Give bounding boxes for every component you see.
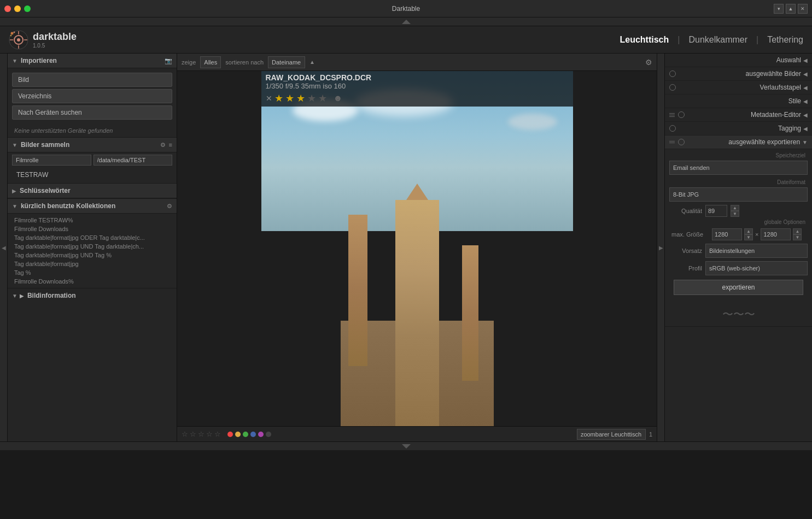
max-height-up[interactable]: ▲ [793, 228, 802, 234]
minimize-window-button[interactable] [14, 5, 21, 12]
win-btn-3[interactable]: ✕ [798, 4, 808, 14]
import-image-button[interactable]: Bild [12, 73, 172, 87]
list-item[interactable]: Tag darktable|format|jpg UND Tag darktab… [12, 242, 172, 251]
recent-collections-arrow-icon: ▼ [12, 203, 17, 209]
list-item[interactable]: Filmrolle Downloads [12, 225, 172, 233]
right-sidebar-toggle[interactable]: ▶ [657, 54, 664, 441]
max-width-input[interactable] [712, 228, 742, 240]
collection-path-select[interactable]: /data/media/TEST [94, 155, 173, 166]
left-sidebar-toggle[interactable]: ◀ [0, 54, 8, 441]
ausgewaehlte-bilder-panel[interactable]: ausgewählte Bilder ◀ [665, 67, 812, 81]
star-3[interactable]: ★ [296, 92, 305, 104]
chevron-down-icon [402, 444, 411, 449]
nav-tethering[interactable]: Tethering [767, 35, 803, 45]
stile-arrow-icon: ◀ [803, 98, 808, 104]
color-dot-purple[interactable] [258, 432, 264, 437]
right-toggle-arrow-icon: ▶ [659, 245, 663, 251]
export-button[interactable]: exportieren [674, 280, 803, 295]
import-folder-button[interactable]: Verzeichnis [12, 89, 172, 103]
list-item[interactable]: Filmrolle TESTRAW% [12, 216, 172, 225]
list-item[interactable]: Tag darktable|format|jpg UND Tag % [12, 251, 172, 260]
sort-direction-icon[interactable]: ▲ [309, 59, 315, 65]
stile-panel[interactable]: Stile ◀ [665, 95, 812, 108]
toolbar-settings-icon[interactable]: ⚙ [645, 58, 652, 67]
tagging-panel[interactable]: Tagging ◀ [665, 122, 812, 135]
qualitaet-label: Qualität [669, 208, 702, 214]
max-size-row: max. Größe ▲ ▼ × ▲ ▼ [669, 228, 808, 240]
max-width-down[interactable]: ▼ [744, 234, 753, 240]
win-btn-1[interactable]: ▾ [774, 4, 784, 14]
star-1[interactable]: ★ [274, 92, 283, 104]
search-devices-button[interactable]: Nach Geräten suchen [12, 105, 172, 120]
sort-select[interactable]: Dateiname [268, 56, 305, 68]
rating-clear-button[interactable]: ✕ [266, 94, 272, 103]
max-width-spin: ▲ ▼ [744, 228, 753, 240]
win-btn-2[interactable]: ▲ [786, 4, 796, 14]
export-lines-icon [669, 141, 675, 143]
list-icon[interactable]: ≡ [169, 141, 172, 149]
auswahl-panel[interactable]: Auswahl ◀ [665, 54, 812, 67]
settings-icon[interactable]: ⚙ [160, 141, 166, 149]
list-item[interactable]: Tag darktable|format|jpg ODER Tag darkta… [12, 233, 172, 242]
list-item[interactable]: Filmrolle Downloads% [12, 277, 172, 286]
star-4[interactable]: ★ [307, 92, 316, 104]
window-controls: ▾ ▲ ✕ [774, 4, 808, 14]
color-dot-red[interactable] [227, 432, 233, 437]
qualitaet-up[interactable]: ▲ [731, 205, 739, 211]
profil-select[interactable]: sRGB (web-sicher) [705, 261, 808, 275]
show-select[interactable]: Alles [200, 56, 221, 68]
bottom-star-3[interactable]: ☆ [198, 430, 205, 438]
app-name: darktable [33, 31, 77, 43]
recent-collections-header[interactable]: ▼ kürzlich benutzte Kollektionen ⚙ [8, 199, 177, 214]
bildinformation-title: Bildinformation [27, 292, 76, 299]
vorsatz-field: Vorsatz Bildeinstellungen [669, 244, 808, 258]
metadaten-editor-panel[interactable]: Metadaten-Editor ◀ [665, 108, 812, 122]
dateiformat-select[interactable]: 8-Bit JPG [669, 187, 808, 202]
nav-dunkelkammer[interactable]: Dunkelkammer [688, 35, 747, 45]
bildinformation-section[interactable]: ▼ ▶ Bildinformation [8, 288, 177, 303]
export-panel-header[interactable]: ausgewählte exportieren ▼ [665, 135, 812, 149]
star-5[interactable]: ★ [318, 92, 327, 104]
color-dot-blue[interactable] [250, 432, 256, 437]
bottom-chevron[interactable] [0, 441, 812, 450]
image-meta: 1/350 f/9.5 35mm iso 160 [266, 82, 569, 90]
verlaufsstapel-panel[interactable]: Verlaufsstapel ◀ [665, 81, 812, 95]
top-chevron[interactable] [0, 17, 812, 26]
app-header: darktable 1.0.5 Leuchttisch | Dunkelkamm… [0, 26, 812, 54]
collection-type-select[interactable]: Filmrolle [12, 155, 91, 166]
reject-icon[interactable]: ☻ [334, 93, 343, 103]
max-height-down[interactable]: ▼ [793, 234, 802, 240]
max-width-up[interactable]: ▲ [744, 228, 753, 234]
main-image[interactable]: RAW_KODAK_DCSPRO.DCR 1/350 f/9.5 35mm is… [261, 71, 573, 426]
export-line-2 [669, 143, 675, 143]
bottom-star-4[interactable]: ☆ [206, 430, 213, 438]
image-view: RAW_KODAK_DCSPRO.DCR 1/350 f/9.5 35mm is… [177, 71, 657, 426]
collection-type-row: Filmrolle /data/media/TEST [12, 155, 172, 166]
star-2[interactable]: ★ [285, 92, 294, 104]
recent-settings-icon[interactable]: ⚙ [167, 203, 172, 210]
bilder-sammeln-header[interactable]: ▼ Bilder sammeln ⚙ ≡ [8, 138, 177, 152]
collection-item-testraw[interactable]: TESTRAW [12, 169, 172, 181]
list-item[interactable]: Tag darktable|format|jpg [12, 260, 172, 268]
schluesselwoerter-header[interactable]: ▶ Schlüsselwörter [8, 184, 177, 198]
qualitaet-down[interactable]: ▼ [731, 211, 739, 217]
svg-point-7 [11, 32, 14, 34]
maximize-window-button[interactable] [24, 5, 31, 12]
zoom-select[interactable]: zoombarer Leuchttisch [577, 429, 646, 440]
speicherziel-select[interactable]: Email senden [669, 161, 808, 175]
close-window-button[interactable] [4, 5, 11, 12]
color-dot-green[interactable] [243, 432, 248, 437]
zoom-control: zoombarer Leuchttisch 1 [577, 429, 652, 440]
logo-area: darktable 1.0.5 [9, 30, 77, 50]
bottom-star-5[interactable]: ☆ [214, 430, 221, 438]
bottom-star-1[interactable]: ☆ [182, 430, 188, 438]
vorsatz-select[interactable]: Bildeinstellungen [705, 244, 808, 258]
profil-field: Profil sRGB (web-sicher) [669, 261, 808, 275]
color-dot-gray[interactable] [266, 432, 271, 437]
importieren-header[interactable]: ▼ Importieren 📷 [8, 54, 177, 68]
list-item[interactable]: Tag % [12, 268, 172, 277]
max-height-input[interactable] [761, 228, 791, 240]
color-dot-yellow[interactable] [235, 432, 241, 437]
bottom-star-2[interactable]: ☆ [190, 430, 196, 438]
nav-leuchttisch[interactable]: Leuchttisch [620, 35, 669, 45]
